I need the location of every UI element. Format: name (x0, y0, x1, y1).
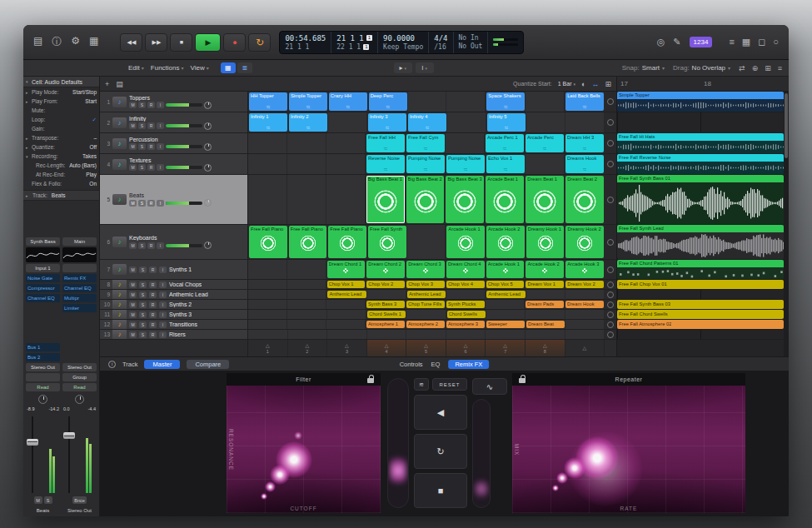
track-m-button[interactable]: M (129, 311, 137, 318)
empty-cell[interactable] (328, 112, 367, 132)
loop-cell-anthemic-lead[interactable]: Anthemic Lead (327, 291, 366, 298)
loop-cell-sweeper[interactable]: Sweeper (486, 321, 525, 328)
track-m-button[interactable]: M (129, 200, 137, 207)
loop-cell-dreams-hook[interactable]: Dreams Hook (565, 155, 604, 173)
strip-input[interactable]: Input 1 (26, 264, 60, 272)
empty-cell[interactable] (248, 310, 287, 319)
fader-cap[interactable] (27, 439, 38, 446)
scrollbar-thumb[interactable] (785, 93, 788, 158)
track-m-button[interactable]: M (129, 321, 137, 328)
stop-fx-button[interactable]: ■ (414, 473, 467, 508)
editors-icon[interactable]: ▦ (89, 35, 98, 49)
row-play-button[interactable] (607, 311, 614, 318)
snap-menu[interactable]: Snap:Smart▾ (622, 64, 665, 72)
track-i-button[interactable]: I (159, 281, 167, 288)
row-play-button[interactable] (607, 301, 614, 308)
tab-controls[interactable]: Controls (400, 361, 423, 368)
region-free-fall-reverse-noise[interactable]: Free Fall Reverse Noise (617, 154, 784, 174)
lock-icon[interactable] (367, 378, 374, 383)
loop-cell-dream-hh-3[interactable]: Dream HH 3 (565, 134, 604, 152)
inspector-row-transpose[interactable]: ▸Transpose:– (23, 133, 99, 142)
loop-cell-crazy-hh[interactable]: Crazy HH (329, 92, 367, 111)
scene-trigger-4[interactable]: △4 (367, 340, 407, 356)
help-icon[interactable]: ○ (773, 37, 779, 47)
loop-cell-dream-chord-1[interactable]: Dream Chord 1 (327, 261, 366, 278)
row-play-button[interactable] (607, 321, 614, 328)
region-free-fall-chop-vox-01[interactable]: Free Fall Chop Vox 01 (617, 280, 784, 289)
region-free-fall-hi-hats[interactable]: Free Fall Hi Hats (617, 133, 784, 153)
empty-cell[interactable] (287, 310, 326, 319)
reset-button[interactable]: RESET (432, 378, 467, 391)
empty-cell[interactable] (526, 154, 565, 174)
master-level-icon[interactable]: ◎ (657, 37, 665, 47)
loop-cell-dream-chord-2[interactable]: Dream Chord 2 (366, 261, 405, 278)
empty-cell[interactable] (248, 290, 287, 299)
track-header-anthemic-lead[interactable]: 9♪MSRIAnthemic Lead (100, 290, 248, 299)
loop-cell-arcade-hook-1[interactable]: Arcade Hook 1 (486, 261, 525, 278)
vertical-scrollbar[interactable] (784, 92, 789, 356)
empty-cell[interactable] (326, 175, 366, 224)
toolbox-icon[interactable]: ⚙ (71, 35, 80, 49)
empty-cell[interactable] (248, 133, 287, 153)
loop-cell-free-fall-piano[interactable]: Free Fall Piano (328, 226, 366, 258)
loop-cell-chord-swells[interactable]: Chord Swells (447, 311, 486, 318)
row-play-button[interactable] (607, 197, 614, 203)
track-i-button[interactable]: I (159, 301, 167, 308)
info-icon[interactable]: i (108, 361, 116, 368)
track-s-button[interactable]: S (139, 321, 147, 328)
empty-cell[interactable] (486, 300, 525, 309)
strip-group[interactable]: Group (62, 373, 97, 381)
region-simple-topper[interactable]: Simple Topper (617, 92, 784, 112)
loop-cell-dream-vox-2[interactable]: Dream Vox 2 (565, 281, 604, 288)
loop-cell-dream-beat-2[interactable]: Dream Beat 2 (565, 176, 604, 223)
track-volume-slider[interactable] (166, 244, 202, 247)
view-menu[interactable]: View▾ (191, 64, 209, 72)
inspector-row-recording[interactable]: ▾Recording:Takes (23, 152, 99, 161)
drag-menu[interactable]: Drag:No Overlap▾ (673, 64, 730, 72)
loop-cell-pumping-noise[interactable]: Pumping Noise (446, 155, 485, 173)
scene-trigger-1[interactable]: △1 (248, 340, 288, 356)
empty-cell[interactable] (565, 310, 605, 319)
empty-cell[interactable] (326, 300, 366, 309)
track-header-infinity[interactable]: 2♪InfinityMSRI (100, 112, 248, 132)
track-r-button[interactable]: R (147, 102, 155, 108)
track-m-button[interactable]: M (129, 291, 137, 298)
loop-cell-chop-vox-2[interactable]: Chop Vox 2 (366, 281, 405, 288)
plugin-slot-limiter[interactable]: Limiter (62, 304, 97, 312)
loop-cell-arcade-hook-3[interactable]: Arcade Hook 3 (565, 261, 604, 278)
loop-cell-pumping-noise[interactable]: Pumping Noise (406, 155, 445, 173)
loop-cell-arcade-hook-1[interactable]: Arcade Hook 1 (446, 226, 485, 258)
empty-cell[interactable] (406, 330, 446, 339)
track-s-button[interactable]: S (138, 200, 146, 207)
loop-cell-deep-perc[interactable]: Deep Perc (369, 92, 407, 111)
list-editors-icon[interactable]: ≡ (729, 37, 734, 47)
track-m-button[interactable]: M (129, 301, 137, 308)
track-header-keyboards[interactable]: 6♪KeyboardsMSRI (100, 225, 248, 259)
repeater-xy-pad[interactable]: Repeater MIX RATE (512, 373, 745, 513)
empty-cell[interactable] (526, 310, 565, 319)
track-i-button[interactable]: I (157, 242, 164, 249)
fx-intensity-slider[interactable] (387, 378, 409, 508)
loop-cell-dream-beat-1[interactable]: Dream Beat 1 (526, 176, 564, 223)
loop-cell-free-fall-piano[interactable]: Free Fall Piano (289, 226, 327, 258)
empty-cell[interactable] (367, 330, 407, 339)
track-header-risers[interactable]: 13♪MSRIRisers (100, 330, 248, 339)
scene-trigger-6[interactable]: △6 (446, 340, 486, 356)
loop-cell-synth-bass-3[interactable]: Synth Bass 3 (366, 301, 405, 308)
row-play-button[interactable] (607, 239, 614, 246)
panel-icon[interactable]: ◻ (758, 37, 765, 47)
track-r-button[interactable]: R (149, 281, 157, 288)
track-button[interactable]: Track (122, 361, 137, 368)
edit-menu[interactable]: Edit▾ (128, 64, 144, 72)
empty-cell[interactable] (248, 154, 287, 174)
empty-cell[interactable] (287, 320, 326, 329)
loop-cell-atmosphere-2[interactable]: Atmosphere 2 (406, 321, 445, 328)
region-free-fall-chord-swells[interactable]: Free Fall Chord Swells (617, 310, 784, 319)
track-m-button[interactable]: M (129, 242, 137, 249)
arrows-icon[interactable]: ↔ (591, 80, 599, 88)
bar-ruler[interactable]: 17 18 (617, 77, 789, 92)
send-slot-bus-2[interactable]: Bus 2 (26, 353, 60, 361)
plugin-slot-multipr[interactable]: Multipr (62, 294, 97, 302)
track-s-button[interactable]: S (138, 143, 146, 150)
loop-cell-big-bass-beat-3[interactable]: Big Bass Beat 3 (446, 176, 484, 223)
